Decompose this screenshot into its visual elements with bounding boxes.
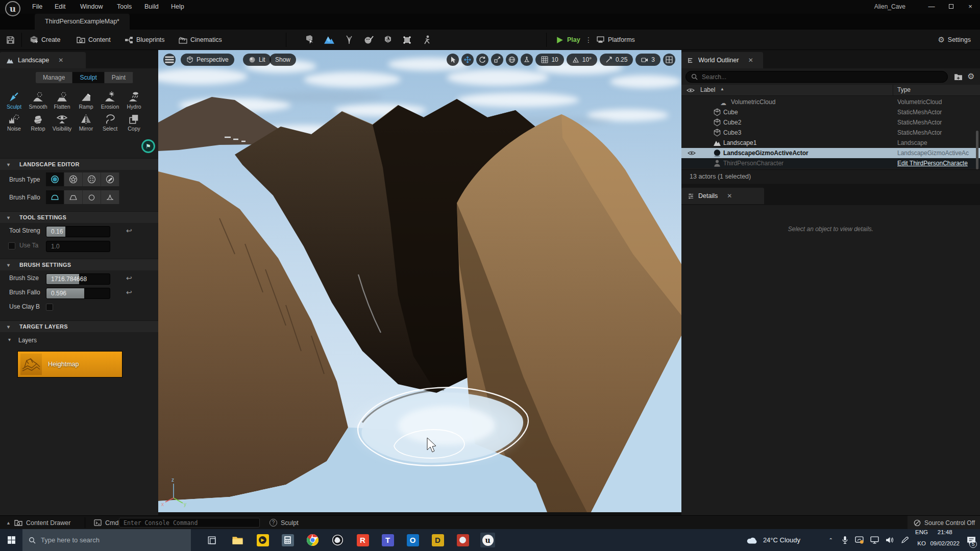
- outliner-row[interactable]: ☁ VolumetricCloud VolumetricCloud: [681, 97, 980, 107]
- tab-paint[interactable]: Paint: [105, 72, 133, 83]
- section-target-layers[interactable]: ▾ TARGET LAYERS: [0, 320, 158, 332]
- outliner-row[interactable]: Cube StaticMeshActor: [681, 107, 980, 117]
- microphone-tray-icon[interactable]: [842, 529, 848, 551]
- tool-hydro[interactable]: Hydro: [122, 90, 146, 110]
- blueprints-button[interactable]: Blueprints: [125, 30, 165, 50]
- task-view-button[interactable]: [204, 533, 219, 547]
- language-indicator[interactable]: ENGKO: [915, 529, 928, 551]
- outliner-row[interactable]: Cube3 StaticMeshActor: [681, 128, 980, 138]
- heightmap-layer-item[interactable]: Heightmap: [17, 351, 122, 378]
- close-panel-icon[interactable]: ✕: [727, 192, 732, 199]
- maximize-button[interactable]: [941, 0, 961, 14]
- tool-ramp[interactable]: Ramp: [74, 90, 98, 110]
- quad-view-button[interactable]: [663, 54, 675, 66]
- tool-mirror[interactable]: Mirror: [74, 112, 98, 132]
- viewport[interactable]: z y x Perspective Lit Show: [158, 50, 681, 512]
- outliner-scrollbar[interactable]: [976, 131, 978, 169]
- falloff-tip-option[interactable]: [101, 190, 119, 204]
- animation-mode-icon[interactable]: [422, 35, 432, 45]
- modeling-mode-icon[interactable]: [402, 35, 412, 45]
- create-folder-icon[interactable]: [954, 72, 963, 81]
- landscape-panel-tab[interactable]: Landscape ✕: [0, 52, 86, 68]
- tool-smooth[interactable]: Smooth: [26, 90, 50, 110]
- tab-sculpt[interactable]: Sculpt: [72, 72, 104, 83]
- rotate-tool-button[interactable]: [476, 54, 488, 66]
- cmd-button[interactable]: Cmd: [94, 516, 118, 530]
- screenshare-tray-icon[interactable]: [855, 529, 864, 551]
- rotation-snap-button[interactable]: 10°: [567, 54, 597, 66]
- brush-falloff-input[interactable]: 0.596: [46, 288, 110, 299]
- brush-component-option[interactable]: [101, 172, 119, 186]
- falloff-smooth-option[interactable]: [46, 190, 64, 204]
- section-landscape-editor[interactable]: ▾ LANDSCAPE EDITOR: [0, 158, 158, 170]
- mesh-paint-mode-icon[interactable]: [363, 35, 374, 45]
- outliner-row-selected[interactable]: LandscapeGizmoActiveActor LandscapeGizmo…: [681, 148, 980, 158]
- scale-snap-button[interactable]: 0.25: [600, 54, 633, 66]
- falloff-spherical-option[interactable]: [83, 190, 101, 204]
- outliner-row[interactable]: Landscape1 Landscape: [681, 138, 980, 148]
- content-drawer-button[interactable]: ▲ Content Drawer: [6, 516, 70, 530]
- chrome-icon[interactable]: [305, 533, 320, 547]
- scale-tool-button[interactable]: [491, 54, 503, 66]
- visibility-eye-icon[interactable]: [688, 151, 696, 156]
- brush-circle-option[interactable]: [46, 172, 64, 186]
- menu-file[interactable]: File: [27, 0, 48, 14]
- active-tool-help[interactable]: ? Sculpt: [270, 516, 299, 530]
- perspective-button[interactable]: Perspective: [181, 54, 234, 66]
- menu-build[interactable]: Build: [139, 0, 164, 14]
- red-media-app-icon[interactable]: [455, 533, 470, 547]
- media-player-icon[interactable]: ▶: [255, 533, 270, 547]
- tool-visibility[interactable]: Visibility: [50, 112, 74, 132]
- camera-speed-button[interactable]: 3: [635, 54, 660, 66]
- select-tool-button[interactable]: [447, 54, 459, 66]
- landscape-mode-icon[interactable]: [324, 34, 335, 45]
- console-command-input[interactable]: [119, 518, 260, 528]
- section-brush-settings[interactable]: ▾ BRUSH SETTINGS: [0, 259, 158, 270]
- menu-tools[interactable]: Tools: [111, 0, 137, 14]
- label-column-header[interactable]: Label: [700, 86, 715, 93]
- fracture-mode-icon[interactable]: [383, 35, 393, 45]
- tool-sculpt[interactable]: Sculpt: [2, 90, 26, 110]
- close-panel-icon[interactable]: ✕: [748, 57, 753, 64]
- source-control-button[interactable]: Source Control Off: [908, 516, 980, 530]
- davinci-icon[interactable]: D: [430, 533, 445, 547]
- play-button[interactable]: Play: [555, 30, 580, 50]
- falloff-linear-option[interactable]: [64, 190, 83, 204]
- show-button[interactable]: Show: [270, 54, 296, 66]
- grid-snap-button[interactable]: 10: [535, 54, 564, 66]
- unreal-engine-taskbar-icon[interactable]: u: [480, 533, 495, 547]
- close-panel-icon[interactable]: ✕: [58, 57, 63, 64]
- outliner-settings-gear-icon[interactable]: ⚙: [967, 71, 974, 81]
- selection-mode-icon[interactable]: [304, 35, 314, 45]
- edit-character-link[interactable]: Edit ThirdPersonCharacte: [897, 158, 979, 168]
- menu-edit[interactable]: Edit: [49, 0, 71, 14]
- details-tab[interactable]: Details ✕: [681, 188, 764, 204]
- tool-strength-input[interactable]: 0.16: [46, 226, 110, 237]
- lit-button[interactable]: Lit: [243, 54, 271, 66]
- platforms-button[interactable]: Platforms: [596, 30, 635, 50]
- volume-tray-icon[interactable]: [886, 529, 894, 551]
- tutorial-beacon[interactable]: ⚑: [141, 139, 155, 153]
- type-column-header[interactable]: Type: [897, 86, 911, 93]
- tool-select[interactable]: Select: [98, 112, 122, 132]
- calculator-icon[interactable]: [280, 533, 295, 547]
- pen-tray-icon[interactable]: [901, 529, 909, 551]
- level-tab[interactable]: ThirdPersonExampleMap*: [35, 14, 130, 30]
- teams-icon[interactable]: T: [380, 533, 395, 547]
- menu-help[interactable]: Help: [165, 0, 190, 14]
- save-button[interactable]: [6, 30, 15, 50]
- viewport-options-button[interactable]: [163, 54, 176, 66]
- reset-icon[interactable]: ↩: [126, 227, 132, 235]
- outliner-row-dimmed[interactable]: ThirdPersonCharacter Edit ThirdPersonCha…: [681, 158, 980, 168]
- tool-flatten[interactable]: Flatten: [50, 90, 74, 110]
- clock-widget[interactable]: 21:4809/02/2022: [930, 529, 960, 551]
- foliage-mode-icon[interactable]: [344, 35, 354, 45]
- brush-size-input[interactable]: 1716.784668: [46, 273, 110, 285]
- weather-widget[interactable]: 24°C Cloudy: [746, 529, 800, 551]
- surface-snapping-button[interactable]: [521, 54, 533, 66]
- world-local-button[interactable]: [506, 54, 518, 66]
- outliner-row[interactable]: Cube2 StaticMeshActor: [681, 117, 980, 128]
- outliner-header[interactable]: Label ▲ Type: [681, 85, 980, 96]
- outlook-icon[interactable]: O: [405, 533, 420, 547]
- brush-alpha-option[interactable]: [64, 172, 83, 186]
